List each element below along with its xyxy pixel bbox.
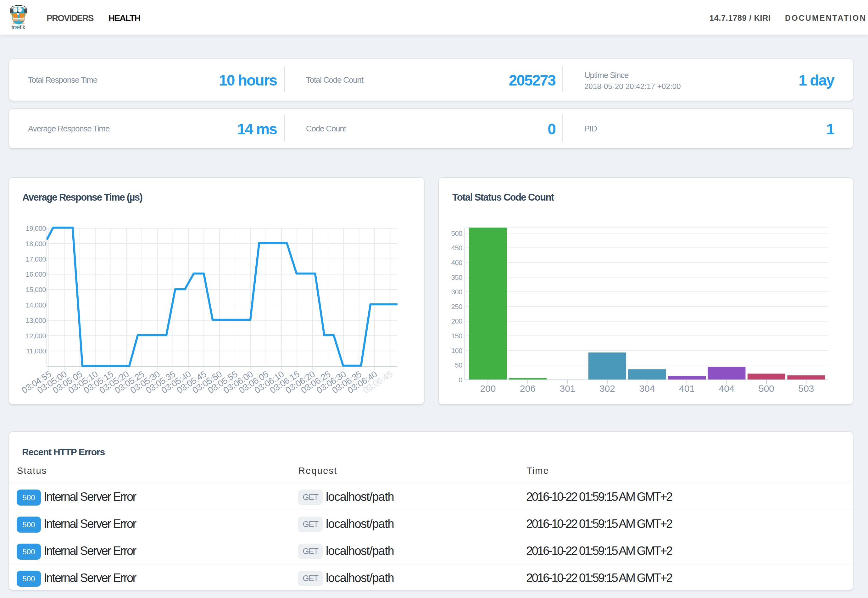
svg-text:13,000: 13,000 bbox=[26, 317, 46, 324]
svg-text:15,000: 15,000 bbox=[26, 286, 46, 294]
svg-text:træfik: træfik bbox=[12, 24, 26, 30]
svg-text:16,000: 16,000 bbox=[26, 271, 46, 278]
svg-text:150: 150 bbox=[451, 332, 462, 340]
svg-text:50: 50 bbox=[455, 361, 462, 369]
svg-text:500: 500 bbox=[759, 383, 774, 394]
svg-text:200: 200 bbox=[451, 317, 462, 325]
svg-text:350: 350 bbox=[451, 274, 462, 281]
svg-text:404: 404 bbox=[718, 383, 734, 394]
svg-text:206: 206 bbox=[520, 383, 536, 394]
svg-text:400: 400 bbox=[451, 259, 462, 267]
svg-text:11,000: 11,000 bbox=[26, 347, 46, 355]
svg-text:12,000: 12,000 bbox=[26, 332, 46, 340]
svg-text:100: 100 bbox=[451, 347, 462, 355]
svg-text:18,000: 18,000 bbox=[26, 240, 46, 248]
svg-text:200: 200 bbox=[480, 383, 495, 394]
svg-text:14,000: 14,000 bbox=[26, 301, 46, 309]
svg-text:17,000: 17,000 bbox=[26, 255, 46, 263]
svg-text:304: 304 bbox=[639, 383, 655, 394]
svg-text:450: 450 bbox=[451, 244, 462, 252]
svg-text:302: 302 bbox=[599, 383, 615, 394]
svg-text:401: 401 bbox=[679, 383, 695, 394]
svg-text:250: 250 bbox=[451, 303, 462, 311]
svg-text:500: 500 bbox=[451, 230, 462, 238]
svg-text:300: 300 bbox=[451, 288, 462, 296]
svg-text:0: 0 bbox=[458, 376, 462, 384]
svg-text:503: 503 bbox=[798, 383, 814, 394]
svg-text:19,000: 19,000 bbox=[26, 224, 46, 232]
svg-text:301: 301 bbox=[560, 383, 575, 394]
